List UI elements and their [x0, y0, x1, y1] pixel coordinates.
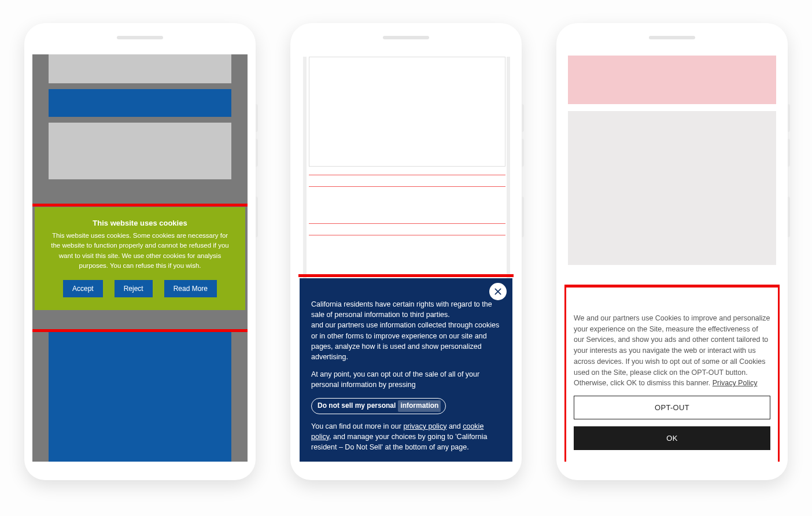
button-row: Accept Reject Read More: [47, 280, 232, 297]
speaker-icon: [649, 36, 695, 39]
screen-2: California residents have certain rights…: [298, 54, 514, 462]
divider-line: [309, 186, 505, 187]
dns-label: Do not sell my personal: [318, 401, 396, 411]
placeholder-block: [49, 331, 231, 462]
reject-button[interactable]: Reject: [115, 280, 153, 297]
placeholder-block: [568, 111, 776, 265]
read-more-button[interactable]: Read More: [164, 280, 217, 297]
cookie-banner-2: California residents have certain rights…: [300, 278, 512, 462]
placeholder-block: [309, 57, 505, 167]
close-button[interactable]: [489, 283, 507, 300]
divider-line: [309, 175, 505, 175]
side-button-icon: [788, 139, 790, 167]
dns-info-label: information: [398, 400, 441, 411]
side-button-icon: [522, 139, 524, 167]
ok-button[interactable]: OK: [574, 426, 770, 450]
speaker-icon: [117, 36, 163, 39]
accept-button[interactable]: Accept: [63, 280, 103, 297]
side-button-icon: [788, 104, 790, 132]
side-button-icon: [522, 197, 524, 237]
speaker-icon: [383, 36, 429, 39]
phone-mockup-1: This website uses cookies This website u…: [24, 23, 256, 480]
divider-line: [309, 235, 505, 235]
opt-out-button[interactable]: OPT-OUT: [574, 396, 770, 419]
cookie-body-text: At any point, you can opt out of the sal…: [311, 369, 501, 390]
do-not-sell-button[interactable]: Do not sell my personal information: [311, 398, 446, 414]
side-button-icon: [256, 139, 258, 167]
side-button-icon: [256, 104, 258, 132]
cookie-body-text: This website uses cookies. Some cookies …: [47, 231, 232, 271]
close-icon: [493, 287, 503, 296]
privacy-policy-link[interactable]: privacy policy: [403, 422, 446, 430]
cookie-title: This website uses cookies: [47, 219, 232, 227]
text-part: and our partners use information collect…: [311, 321, 499, 360]
phone-mockup-2: California residents have certain rights…: [290, 23, 522, 480]
side-button-icon: [522, 104, 524, 132]
cookie-body-text: You can find out more in our privacy pol…: [311, 421, 501, 452]
text-part: We and our partners use Cookies to impro…: [574, 314, 770, 388]
cookie-banner-1: This website uses cookies This website u…: [35, 207, 245, 310]
screen-1: This website uses cookies This website u…: [32, 54, 248, 462]
text-part: , and manage your choices by going to 'C…: [311, 433, 487, 451]
placeholder-block: [49, 123, 231, 179]
side-button-icon: [256, 197, 258, 237]
side-button-icon: [788, 197, 790, 237]
placeholder-block: [49, 54, 231, 83]
text-part: California residents have certain rights…: [311, 300, 492, 319]
cookie-body-text: We and our partners use Cookies to impro…: [574, 313, 770, 389]
text-part: You can find out more in our: [311, 422, 403, 430]
phone-mockup-3: We and our partners use Cookies to impro…: [556, 23, 788, 480]
placeholder-block: [49, 89, 231, 117]
screen-3: We and our partners use Cookies to impro…: [564, 54, 780, 462]
divider-line: [309, 223, 505, 224]
privacy-policy-link[interactable]: Privacy Policy: [713, 379, 758, 387]
placeholder-block: [568, 56, 776, 104]
cookie-banner-3: We and our partners use Cookies to impro…: [569, 306, 775, 457]
text-part: and: [446, 422, 463, 430]
cookie-body-text: California residents have certain rights…: [311, 299, 501, 362]
